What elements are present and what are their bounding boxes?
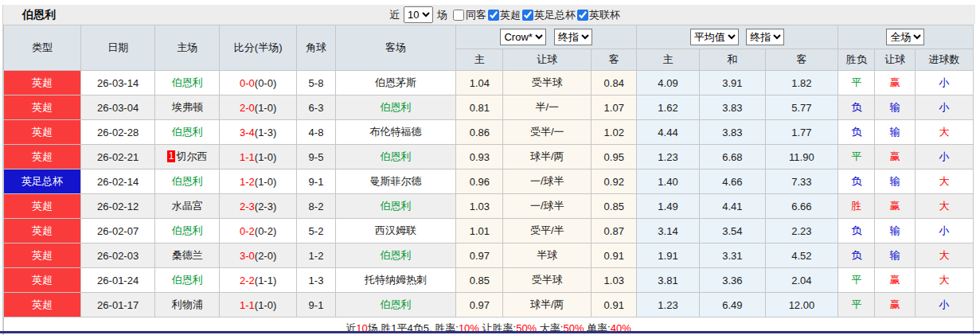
table-row: 英超26-03-14伯恩利0-0(0-0)5-8伯恩茅斯1.04受半球0.844… [4,71,974,95]
score-cell: 2-2(1-1) [220,268,297,293]
result-wdl-cell: 负 [837,169,875,194]
league-checkbox[interactable] [577,10,588,21]
league-checkboxes: 英超英足总杯英联杯 [488,8,622,22]
fulltime-score: 0-0 [240,77,255,89]
team-name: 利物浦 [172,298,203,310]
fulltime-score: 2-0 [240,102,255,114]
avg-home-cell: 4.09 [637,71,700,95]
same-opponent-checkbox[interactable] [453,10,464,21]
odds-handicap-cell: 一/球半 [503,194,592,219]
result-wdl-cell: 负 [837,219,875,243]
league-badge: 英超 [4,194,81,219]
col-header-home: 主场 [155,25,220,71]
subcol-odds-handicap: 让球 [503,49,592,71]
col-header-away: 客场 [335,25,456,71]
score-cell: 1-1(1-0) [220,293,297,317]
odds-away-cell: 0.85 [592,194,637,219]
team-rank-badge: 1 [167,150,176,162]
halftime-score: (2-3) [255,201,276,212]
odds-home-cell: 0.93 [456,145,503,169]
league-checkbox[interactable] [522,10,533,21]
avg-home-cell: 4.44 [637,120,700,145]
result-wdl-cell: 负 [837,120,875,145]
avg-draw-cell: 3.83 [699,95,765,120]
match-date: 26-01-17 [81,293,155,317]
team-name: 伯恩利 [172,76,203,88]
score-cell: 2-3(2-3) [220,194,297,219]
away-team-cell: 伯恩利 [335,145,456,169]
away-team-cell: 托特纳姆热刺 [335,268,456,293]
avg-stage-select[interactable]: 终指 [746,29,784,45]
avg-select[interactable]: 平均值 [690,29,739,45]
league-badge: 英超 [4,243,81,268]
odds-stage-select[interactable]: 终指 [554,29,592,45]
same-opponent-toggle[interactable]: 同客 [450,8,486,22]
col-header-type: 类型 [4,25,81,71]
page-title: 伯恩利 [22,8,56,22]
halftime-score: (0-0) [255,77,276,89]
team-name: 托特纳姆热刺 [365,274,427,286]
result-handicap-cell: 赢 [875,268,916,293]
match-date: 26-02-28 [81,120,155,145]
halftime-score: (1-0) [255,176,276,188]
result-goals-cell: 小 [916,145,974,169]
subcol-goals: 进球数 [916,49,974,71]
odds-home-cell: 0.96 [456,169,503,194]
avg-home-cell: 3.81 [637,268,700,293]
table-row: 英超26-02-12水晶宫2-3(2-3)8-2伯恩利1.03一/球半0.851… [4,194,974,219]
league-filter-英超[interactable]: 英超 [488,8,521,22]
fulltime-score: 3-0 [240,250,255,262]
titlebar: 伯恩利 近 10 场 同客 英超英足总杯英联杯 [3,5,975,25]
league-badge: 英超 [4,219,81,243]
avg-away-cell: 4.52 [765,243,837,268]
corner-cell: 6-3 [297,95,336,120]
odds-provider-select[interactable]: Crow* [500,29,546,45]
avg-draw-cell: 4.66 [699,169,765,194]
recent-count-select[interactable]: 10 [404,6,433,23]
match-date: 26-01-24 [81,268,155,293]
corner-cell: 1-2 [297,243,336,268]
away-team-cell: 伯恩利 [335,293,456,317]
result-group-header: 全场 [837,25,973,49]
avg-away-cell: 2.04 [765,268,837,293]
league-filter-英足总杯[interactable]: 英足总杯 [522,8,576,22]
odds-handicap-cell: 受半球 [503,268,592,293]
match-date: 26-02-14 [81,169,155,194]
away-team-cell: 伯恩利 [335,194,456,219]
corner-cell: 9-1 [297,293,336,317]
corner-cell: 9-5 [297,145,336,169]
result-scope-select[interactable]: 全场 [886,29,924,45]
league-badge: 英超 [4,120,81,145]
col-header-corner: 角球 [297,25,336,71]
league-checkbox[interactable] [488,10,499,21]
subcol-avg-away: 客 [765,49,837,71]
result-goals-cell: 大 [916,169,974,194]
home-team-cell: 利物浦 [155,293,220,317]
match-date: 26-02-03 [81,243,155,268]
team-name: 切尔西 [176,150,207,162]
avg-draw-cell: 6.68 [699,145,765,169]
avg-away-cell: 1.77 [765,120,837,145]
away-team-cell: 伯恩利 [335,95,456,120]
avg-draw-cell: 3.36 [699,268,765,293]
avg-home-cell: 1.49 [637,194,700,219]
result-goals-cell: 小 [916,95,974,120]
league-filter-英联杯[interactable]: 英联杯 [577,8,620,22]
team-name: 西汉姆联 [375,224,416,236]
match-date: 26-03-04 [81,95,155,120]
odds-handicap-cell: 半/一 [503,95,592,120]
subcol-odds-home: 主 [456,49,503,71]
team-name: 水晶宫 [172,200,203,212]
score-cell: 1-1(1-0) [220,145,297,169]
col-header-date: 日期 [81,25,155,71]
page: 伯恩利 近 10 场 同客 英超英足总杯英联杯 [0,0,980,335]
odds-home-cell: 0.81 [456,95,503,120]
fulltime-score: 2-3 [240,201,255,212]
match-date: 26-02-21 [81,145,155,169]
home-team-cell: 伯恩利 [155,71,220,95]
odds-home-cell: 1.01 [456,219,503,243]
avg-home-cell: 1.62 [637,95,700,120]
halftime-score: (0-2) [255,225,276,237]
match-history-table: 类型 日期 主场 比分(半场) 角球 客场 Crow* 终指 [3,25,974,335]
result-wdl-cell: 负 [837,95,875,120]
